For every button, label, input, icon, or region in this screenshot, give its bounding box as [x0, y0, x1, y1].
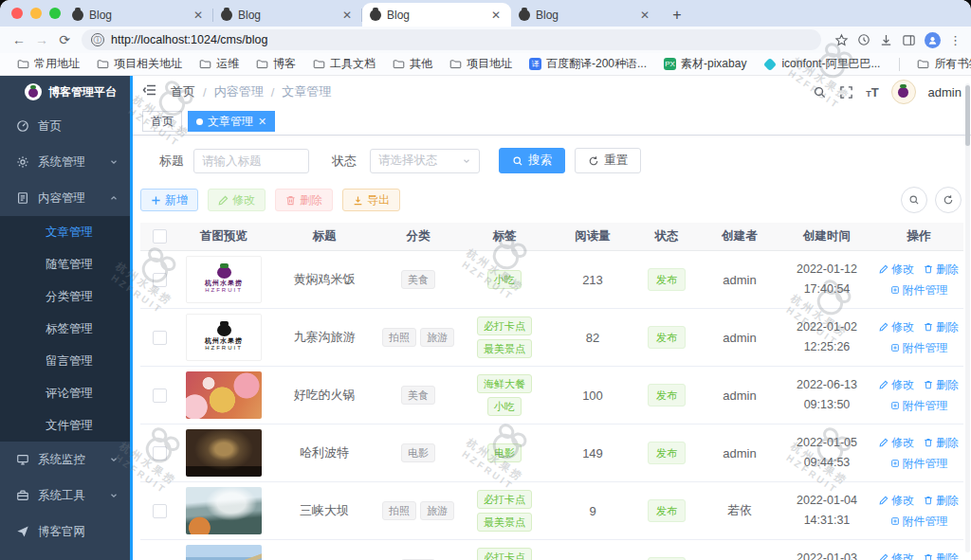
- monitor-icon: [16, 453, 29, 466]
- row-attachment-link[interactable]: 附件管理: [890, 456, 948, 472]
- sidebar-item-system[interactable]: 系统管理: [0, 144, 130, 180]
- row-edit-link[interactable]: 修改: [879, 319, 914, 335]
- category-tag: 拍照: [382, 328, 416, 347]
- article-title: 黄焖鸡米饭: [269, 251, 379, 309]
- browser-tab[interactable]: Blog ✕: [213, 4, 362, 27]
- bookmark-folder[interactable]: 其他: [385, 54, 440, 74]
- sidebar-item-monitor[interactable]: 系统监控: [0, 442, 130, 478]
- sidebar-item-messages[interactable]: 留言管理: [0, 345, 130, 377]
- add-button[interactable]: 新增: [140, 189, 198, 211]
- article-tag: 最美景点: [477, 339, 532, 358]
- bookmark-folder[interactable]: 运维: [192, 54, 247, 74]
- bookmark-folder[interactable]: 工具文档: [305, 54, 383, 74]
- status-badge: 发布: [648, 442, 686, 464]
- sidebar-item-blog-site[interactable]: 博客官网: [0, 514, 130, 550]
- breadcrumb-content[interactable]: 内容管理: [214, 83, 264, 100]
- breadcrumb-home[interactable]: 首页: [171, 83, 195, 100]
- bookmark-folder[interactable]: 博客: [248, 54, 303, 74]
- browser-tab-active[interactable]: Blog ✕: [362, 3, 511, 27]
- reset-button[interactable]: 重置: [575, 148, 641, 173]
- sidebar-item-content[interactable]: 内容管理: [0, 180, 130, 216]
- search-button[interactable]: 搜索: [499, 148, 565, 173]
- bookmark-link[interactable]: 译 百度翻译-200种语...: [522, 54, 654, 74]
- row-checkbox[interactable]: [153, 388, 167, 403]
- tab-close-icon[interactable]: ✕: [339, 9, 355, 22]
- row-delete-link[interactable]: 删除: [924, 262, 959, 278]
- font-size-icon[interactable]: TT: [866, 85, 878, 99]
- row-delete-link[interactable]: 删除: [924, 435, 959, 451]
- tab-close-icon[interactable]: ✕: [637, 9, 652, 22]
- url-bar[interactable]: ⓘ http://localhost:1024/cms/blog: [82, 29, 821, 50]
- bookmark-star-icon[interactable]: [834, 33, 849, 47]
- tags-view-articles[interactable]: 文章管理 ✕: [188, 111, 275, 132]
- row-edit-link[interactable]: 修改: [879, 493, 914, 509]
- sidebar-item-comments[interactable]: 评论管理: [0, 377, 130, 409]
- zoom-window-button[interactable]: [49, 8, 61, 19]
- browser-tab[interactable]: Blog ✕: [64, 4, 213, 27]
- username[interactable]: admin: [928, 85, 962, 99]
- sidebar-item-essays[interactable]: 随笔管理: [0, 248, 130, 280]
- bookmark-folder[interactable]: 项目地址: [442, 54, 520, 74]
- status-filter-select[interactable]: 请选择状态: [370, 149, 480, 173]
- new-tab-button[interactable]: +: [666, 4, 688, 27]
- forward-icon[interactable]: →: [30, 32, 53, 47]
- row-delete-link[interactable]: 删除: [924, 493, 959, 509]
- row-edit-link[interactable]: 修改: [879, 262, 914, 278]
- header-search-icon[interactable]: [813, 85, 827, 99]
- select-all-checkbox[interactable]: [153, 229, 167, 244]
- table-row: 杭州水果捞HZFRUIT黄焖鸡米饭美食小吃213发布admin2022-01-1…: [140, 251, 963, 309]
- sidebar-item-tools[interactable]: 系统工具: [0, 478, 130, 514]
- bookmark-folder[interactable]: 项目相关地址: [89, 54, 190, 74]
- browser-tab[interactable]: Blog ✕: [511, 4, 660, 27]
- row-checkbox[interactable]: [153, 446, 167, 461]
- sidebar-item-tags[interactable]: 标签管理: [0, 313, 130, 345]
- row-edit-link[interactable]: 修改: [879, 377, 914, 393]
- title-filter-input[interactable]: [193, 149, 309, 173]
- fullscreen-icon[interactable]: [839, 85, 853, 99]
- bookmark-link[interactable]: PX 素材-pixabay: [656, 54, 754, 74]
- row-checkbox[interactable]: [153, 273, 167, 287]
- row-edit-link[interactable]: 修改: [879, 551, 914, 560]
- sidebar-item-categories[interactable]: 分类管理: [0, 280, 130, 313]
- row-checkbox[interactable]: [153, 331, 167, 345]
- row-edit-link[interactable]: 修改: [879, 435, 914, 451]
- sidebar-item-files[interactable]: 文件管理: [0, 409, 130, 442]
- tag-close-icon[interactable]: ✕: [258, 116, 266, 128]
- sidebar-logo[interactable]: 博客管理平台: [0, 76, 130, 108]
- scrollbar-thumb[interactable]: [965, 85, 970, 146]
- export-button[interactable]: 导出: [342, 189, 400, 211]
- delete-button[interactable]: 删除: [275, 189, 333, 211]
- collapse-sidebar-icon[interactable]: [142, 82, 157, 101]
- row-delete-link[interactable]: 删除: [924, 319, 959, 335]
- all-bookmarks-button[interactable]: 所有书签: [909, 54, 971, 74]
- toggle-search-button[interactable]: [901, 187, 927, 213]
- row-attachment-link[interactable]: 附件管理: [890, 282, 948, 298]
- user-avatar[interactable]: [891, 80, 916, 104]
- site-info-icon[interactable]: ⓘ: [91, 33, 104, 46]
- sidebar-item-articles[interactable]: 文章管理: [0, 216, 130, 248]
- row-attachment-link[interactable]: 附件管理: [890, 514, 948, 530]
- reload-icon[interactable]: ⟳: [53, 32, 76, 47]
- row-checkbox[interactable]: [153, 504, 167, 518]
- bookmark-folder[interactable]: 常用地址: [9, 54, 87, 74]
- edit-button[interactable]: 修改: [208, 189, 266, 211]
- sidebar-panel-icon[interactable]: [902, 33, 916, 47]
- tags-view-home[interactable]: 首页: [142, 111, 182, 132]
- minimize-window-button[interactable]: [30, 8, 42, 19]
- profile-avatar[interactable]: [925, 32, 941, 48]
- tab-close-icon[interactable]: ✕: [191, 9, 206, 22]
- refresh-table-button[interactable]: [935, 187, 962, 213]
- row-attachment-link[interactable]: 附件管理: [890, 340, 948, 356]
- browser-menu-icon[interactable]: ⋮: [949, 33, 962, 47]
- back-icon[interactable]: ←: [8, 32, 30, 47]
- extensions-icon[interactable]: [857, 33, 870, 46]
- close-window-button[interactable]: [11, 8, 23, 19]
- toolbox-icon: [16, 489, 29, 502]
- sidebar-item-home[interactable]: 首页: [0, 108, 130, 144]
- row-attachment-link[interactable]: 附件管理: [890, 398, 948, 414]
- tab-close-icon[interactable]: ✕: [488, 9, 504, 22]
- row-delete-link[interactable]: 删除: [924, 377, 959, 393]
- download-icon[interactable]: [879, 33, 893, 47]
- row-delete-link[interactable]: 删除: [924, 551, 959, 560]
- bookmark-link[interactable]: iconfont-阿里巴巴...: [756, 54, 888, 74]
